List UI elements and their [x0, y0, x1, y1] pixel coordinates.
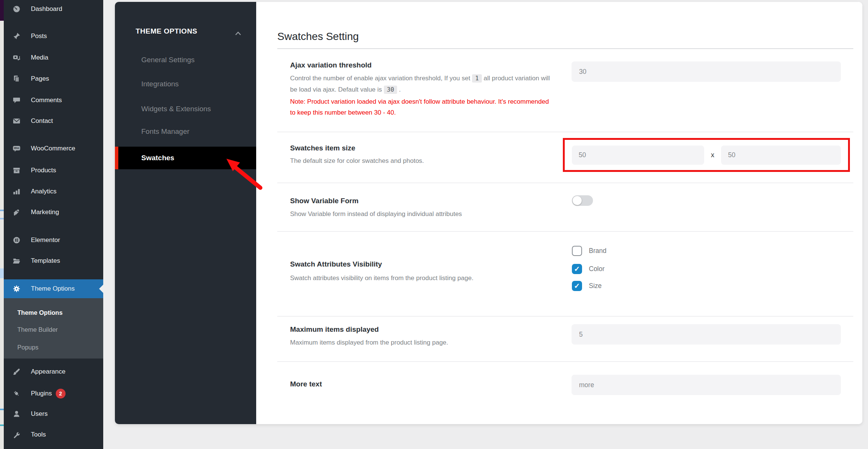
highlight-red-box: x — [563, 138, 850, 172]
sidebar-item-dashboard[interactable]: Dashboard — [4, 1, 103, 17]
sidebar-item-comments[interactable]: Comments — [4, 92, 103, 109]
sidebar-item-media[interactable]: Media — [4, 49, 103, 66]
size-checkbox[interactable] — [572, 281, 582, 291]
brand-checkbox[interactable] — [572, 246, 582, 256]
panel-item-fonts-manager[interactable]: Fonts Manager — [115, 123, 256, 140]
panel-item-label: Widgets & Extensions — [141, 105, 211, 113]
svg-text:Woo: Woo — [14, 147, 19, 149]
swatch-height-input[interactable] — [721, 146, 841, 165]
box-icon — [13, 167, 20, 174]
sidebar-item-label: Products — [31, 167, 56, 174]
sidebar-item-templates[interactable]: Templates — [4, 253, 103, 269]
checkbox-label: Size — [589, 282, 602, 290]
sidebar-item-posts[interactable]: Posts — [4, 28, 103, 44]
more-text-input[interactable] — [572, 375, 841, 395]
checkbox-row-color[interactable]: Color — [572, 264, 605, 274]
ajax-threshold-description: Control the number of enable ajax variat… — [290, 73, 554, 95]
sidebar-item-theme-options[interactable]: Theme Options — [4, 279, 103, 298]
ajax-threshold-input[interactable] — [572, 61, 841, 82]
maximum-items-input[interactable] — [572, 324, 841, 345]
sidebar-item-label: Templates — [31, 257, 60, 265]
active-item-accent-bar — [115, 147, 118, 169]
chevron-up-icon — [235, 29, 241, 37]
panel-item-widgets-extensions[interactable]: Widgets & Extensions — [115, 101, 256, 117]
submenu-item-label: Theme Builder — [17, 326, 58, 333]
sidebar-item-elementor[interactable]: Elementor — [4, 232, 103, 248]
sidebar-item-pages[interactable]: Pages — [4, 70, 103, 87]
plug-icon — [13, 390, 20, 397]
code-chip: 1 — [472, 74, 482, 83]
swatch-attributes-visibility-description: Swatch attributes visibility on items fr… — [290, 273, 554, 284]
submenu-item-popups[interactable]: Popups — [4, 340, 103, 355]
divider — [277, 182, 853, 183]
plugins-update-badge: 2 — [56, 389, 66, 398]
sidebar-item-label: Comments — [31, 97, 62, 104]
sidebar-item-label: Media — [31, 54, 48, 61]
submenu-item-label: Popups — [17, 344, 38, 351]
wrench-icon — [13, 431, 20, 438]
bar-chart-icon — [13, 188, 20, 195]
sidebar-item-appearance[interactable]: Appearance — [4, 363, 103, 380]
description-text: Control the number of enable ajax variat… — [290, 75, 470, 82]
sidebar-item-label: Tools — [31, 431, 46, 438]
comment-bubble-icon — [13, 97, 20, 104]
color-checkbox[interactable] — [572, 264, 582, 274]
sidebar-item-tools[interactable]: Tools — [4, 426, 103, 443]
show-variable-form-description: Show Variable form instead of displaying… — [290, 208, 554, 220]
panel-item-integrations[interactable]: Integrations — [115, 76, 256, 92]
background-purple-block — [0, 0, 4, 21]
sidebar-item-label: Pages — [31, 75, 49, 83]
checkbox-label: Brand — [589, 247, 607, 255]
panel-item-general-settings[interactable]: General Settings — [115, 52, 256, 68]
envelope-icon — [13, 117, 20, 125]
sidebar-item-users[interactable]: Users — [4, 406, 103, 422]
swatches-item-size-description: The default size for color swatches and … — [290, 155, 554, 167]
pages-icon — [13, 75, 20, 83]
sidebar-item-label: Appearance — [31, 368, 66, 375]
checkbox-row-brand[interactable]: Brand — [572, 246, 607, 256]
sidebar-item-analytics[interactable]: Analytics — [4, 183, 103, 200]
ajax-threshold-label: Ajax variation threshold — [290, 61, 371, 69]
panel-title: THEME OPTIONS — [136, 27, 197, 35]
sidebar-item-label: WooCommerce — [31, 145, 75, 152]
sidebar-item-label: Users — [31, 410, 47, 418]
woocommerce-icon: Woo — [13, 145, 20, 152]
submenu-item-theme-options[interactable]: Theme Options — [4, 305, 103, 320]
page-title: Swatches Setting — [277, 31, 359, 43]
show-variable-form-label: Show Variable Form — [290, 197, 359, 205]
dashboard-icon — [13, 5, 20, 13]
sidebar-item-label: Marketing — [31, 208, 59, 216]
submenu-item-label: Theme Options — [17, 309, 63, 316]
show-variable-form-toggle[interactable] — [572, 195, 593, 206]
sidebar-item-label: Plugins — [31, 390, 52, 397]
panel-item-swatches[interactable]: Swatches — [115, 147, 256, 169]
background-scribble — [0, 409, 4, 410]
sidebar-item-label: Theme Options — [31, 285, 75, 293]
divider — [277, 48, 853, 49]
divider — [277, 361, 853, 362]
sidebar-item-label: Dashboard — [31, 5, 62, 13]
sidebar-item-woocommerce[interactable]: Woo WooCommerce — [4, 140, 103, 157]
divider — [277, 231, 853, 232]
sidebar-item-products[interactable]: Products — [4, 162, 103, 179]
swatches-item-size-label: Swatches item size — [290, 144, 355, 152]
checkbox-label: Color — [589, 265, 605, 273]
pushpin-icon — [13, 32, 20, 40]
toggle-knob — [573, 196, 582, 205]
submenu-item-theme-builder[interactable]: Theme Builder — [4, 322, 103, 337]
swatch-width-input[interactable] — [572, 146, 704, 165]
more-text-label: More text — [290, 380, 322, 388]
sidebar-item-contact[interactable]: Contact — [4, 113, 103, 129]
theme-options-card: THEME OPTIONS General Settings Integrati… — [115, 2, 862, 424]
sidebar-item-marketing[interactable]: Marketing — [4, 204, 103, 221]
code-chip: 30 — [384, 86, 397, 94]
theme-options-submenu: Theme Options Theme Builder Popups — [4, 298, 103, 359]
media-icon — [13, 54, 20, 61]
background-scribble — [0, 218, 4, 219]
sidebar-item-plugins[interactable]: Plugins 2 — [4, 385, 103, 402]
checkbox-row-size[interactable]: Size — [572, 281, 602, 291]
sidebar-item-label: Posts — [31, 32, 47, 40]
panel-header-theme-options[interactable]: THEME OPTIONS — [115, 24, 256, 39]
elementor-icon — [13, 236, 20, 244]
background-scribble — [0, 210, 4, 211]
